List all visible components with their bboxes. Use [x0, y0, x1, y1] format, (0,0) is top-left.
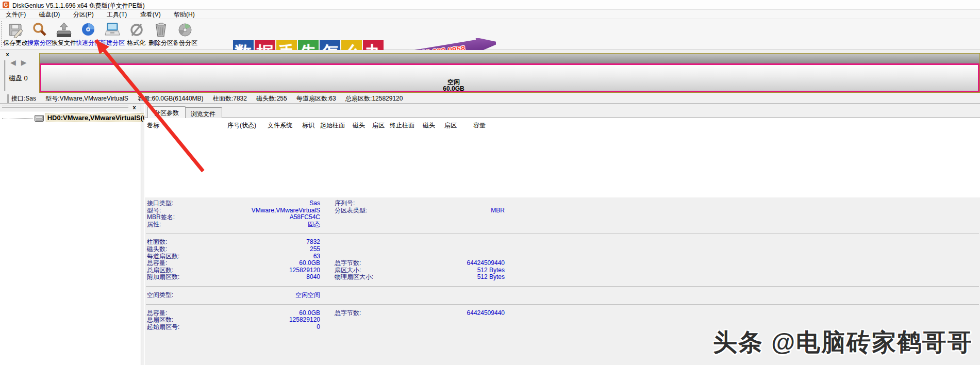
new-partition-icon — [104, 22, 121, 38]
title-bar: G DiskGenius V5.1.1.696 x64 免费版(单文件PE版) — [0, 0, 980, 10]
disk-bar: 空闲 60.0GB — [39, 53, 980, 93]
backup-partition-button[interactable]: 备份分区 — [173, 21, 197, 48]
info-sectors-per-track: 每道扇区数:63 — [296, 95, 336, 102]
detail-value: 512 Bytes — [361, 267, 505, 274]
recover-files-icon — [56, 22, 72, 38]
col-end-head[interactable]: 磁头 — [423, 121, 435, 130]
col-start-cylinder[interactable]: 起始柱面 — [320, 121, 345, 130]
detail-row: 每道扇区数:63 — [145, 253, 980, 260]
detail-value: 512 Bytes — [361, 274, 505, 281]
detail-label: 属性: — [147, 221, 161, 228]
detail-value: VMware,VMwareVirtualS — [196, 207, 320, 214]
col-index-status[interactable]: 序号(状态) — [227, 121, 256, 130]
detail-value: 8040 — [196, 274, 320, 281]
detail-row: 空间类型:空闲空间 — [145, 292, 980, 299]
app-logo-icon: G — [3, 2, 9, 8]
watermark-text: 头条 @电脑砖家鹤哥哥 — [713, 326, 973, 359]
tree-connector — [2, 118, 33, 119]
free-space-label: 空闲 60.0GB — [418, 79, 490, 92]
col-filesystem[interactable]: 文件系统 — [268, 121, 292, 130]
col-end-cylinder[interactable]: 终止柱面 — [390, 121, 414, 130]
tree-panel-header: x — [0, 104, 141, 111]
col-flag[interactable]: 标识 — [302, 121, 314, 130]
detail-row: 属性:固态 — [145, 221, 980, 228]
disk-info-line: 接口:Sas 型号:VMware,VMwareVirtualS 容量:60.0G… — [7, 94, 410, 103]
detail-row: MBR签名:A58FC54C — [145, 214, 980, 221]
info-total-sectors: 总扇区数:125829120 — [345, 95, 403, 102]
detail-value: 0 — [196, 324, 320, 331]
detail-label: MBR签名: — [147, 214, 175, 221]
tab-partition-params[interactable]: 分区参数 — [147, 106, 186, 118]
details-section-space-type: 空间类型:空闲空间 — [145, 291, 980, 302]
detail-row: 接口类型:Sas 序列号: — [145, 200, 980, 207]
detail-value: 125829120 — [196, 267, 320, 274]
detail-label: 扇区大小: — [335, 267, 361, 274]
detail-value: 64424509440 — [361, 310, 505, 317]
info-interface: 接口:Sas — [11, 95, 36, 102]
detail-label: 接口类型: — [147, 200, 173, 207]
detail-label: 磁头数: — [147, 246, 167, 253]
format-label: 格式化 — [124, 39, 148, 47]
detail-label: 总扇区数: — [147, 317, 173, 324]
toolbar: 保存更改 搜索分区 恢复文件 快速分区 新建分区 — [0, 19, 980, 49]
detail-row: 柱面数:7832 — [145, 239, 980, 246]
disk-panel-grip[interactable] — [4, 60, 6, 91]
detail-label: 柱面数: — [147, 239, 167, 246]
detail-value: 255 — [196, 246, 320, 253]
free-space-block[interactable]: 空闲 60.0GB — [40, 63, 979, 92]
free-space-size: 60.0GB — [418, 86, 490, 92]
detail-label: 总字节数: — [335, 310, 361, 317]
detail-value: 63 — [196, 253, 320, 260]
col-start-head[interactable]: 磁头 — [353, 121, 365, 130]
col-volume-label[interactable]: 卷标 — [147, 121, 159, 130]
search-partition-label: 搜索分区 — [27, 39, 52, 47]
save-changes-button[interactable]: 保存更改 — [3, 21, 27, 48]
disk-panel-close-icon[interactable]: x — [4, 51, 11, 58]
section-divider — [146, 304, 979, 305]
detail-label: 每道扇区数: — [147, 253, 179, 260]
col-end-sector[interactable]: 扇区 — [444, 121, 457, 130]
delete-partition-icon — [153, 22, 169, 38]
detail-row: 总扇区数:125829120 扇区大小:512 Bytes — [145, 267, 980, 274]
main-panel: 分区参数 浏览文件 卷标 序号(状态) 文件系统 标识 起始柱面 磁头 扇区 终… — [144, 104, 980, 365]
recover-files-label: 恢复文件 — [52, 39, 76, 47]
disk-nav-arrows[interactable]: ◀ ▶ — [10, 58, 28, 67]
section-divider — [146, 233, 979, 234]
detail-row: 总容量:60.0GB 总字节数:64424509440 — [145, 260, 980, 267]
disk-panel: x ◀ ▶ 磁盘 0 空闲 60.0GB 接口:Sas 型号:VMware,VM… — [0, 50, 980, 104]
menu-bar: 文件(F) 磁盘(D) 分区(P) 工具(T) 查看(V) 帮助(H) — [0, 10, 980, 19]
delete-partition-label: 删除分区 — [148, 39, 173, 47]
save-changes-label: 保存更改 — [3, 39, 27, 47]
detail-row: 型号:VMware,VMwareVirtualS 分区表类型:MBR — [145, 207, 980, 214]
tree-panel-grip[interactable] — [2, 106, 128, 108]
col-capacity[interactable]: 容量 — [473, 121, 486, 130]
details-section-geometry: 柱面数:7832 磁头数:255 每道扇区数:63 总容量:60.0GB 总字节… — [145, 238, 980, 284]
tree-panel-close-icon[interactable]: x — [131, 104, 138, 111]
search-partition-button[interactable]: 搜索分区 — [27, 21, 52, 48]
detail-label: 起始扇区号: — [147, 324, 179, 331]
tree-item-hd0[interactable]: HD0:VMware,VMwareVirtualS(60GB) — [2, 114, 164, 123]
detail-row: 总扇区数:125829120 — [145, 317, 980, 324]
detail-value: MBR — [361, 207, 505, 214]
format-icon — [128, 22, 145, 38]
quick-partition-button[interactable]: 快速分区 — [76, 21, 100, 48]
free-space-type: 空闲 — [418, 79, 490, 86]
delete-partition-button[interactable]: 删除分区 — [148, 21, 173, 48]
format-button[interactable]: 格式化 — [124, 21, 148, 48]
tab-browse-files[interactable]: 浏览文件 — [184, 107, 222, 118]
detail-label: 型号: — [147, 207, 161, 214]
toolbar-grip[interactable] — [1, 21, 3, 47]
partition-list-area: 卷标 序号(状态) 文件系统 标识 起始柱面 磁头 扇区 终止柱面 磁头 扇区 … — [145, 118, 980, 197]
quick-partition-icon — [80, 22, 96, 38]
recover-files-button[interactable]: 恢复文件 — [52, 21, 76, 48]
col-start-sector[interactable]: 扇区 — [372, 121, 385, 130]
info-heads: 磁头数:255 — [256, 95, 287, 102]
info-cylinders: 柱面数:7832 — [213, 95, 247, 102]
info-model: 型号:VMware,VMwareVirtualS — [45, 95, 128, 102]
detail-value: 7832 — [196, 239, 320, 246]
new-partition-button[interactable]: 新建分区 — [100, 21, 124, 48]
detail-label: 总容量: — [147, 310, 167, 317]
save-changes-icon — [7, 22, 24, 38]
detail-value: 60.0GB — [196, 310, 320, 317]
disk-drive-icon — [35, 115, 44, 122]
